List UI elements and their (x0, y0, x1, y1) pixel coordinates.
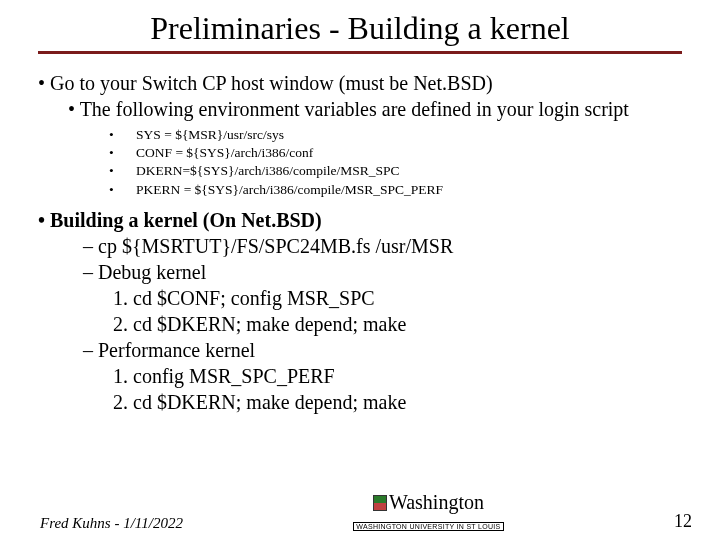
dash-item: Debug kernel (42, 259, 692, 285)
bullet-level2: The following environment variables are … (43, 96, 692, 122)
slide-content: Go to your Switch CP host window (must b… (28, 70, 692, 415)
footer-subtitle: WASHINGTON UNIVERSITY IN ST LOUIS (353, 522, 503, 531)
footer-author-date: Fred Kuhns - 1/11/2022 (40, 515, 183, 532)
env-var-list: SYS = ${MSR}/usr/src/sys CONF = ${SYS}/a… (28, 126, 692, 199)
numbered-item: 2. cd $DKERN; make depend; make (28, 311, 692, 337)
slide: Preliminaries - Building a kernel Go to … (0, 0, 720, 415)
dash-item: Performance kernel (42, 337, 692, 363)
bullet-level1: Go to your Switch CP host window (must b… (43, 70, 692, 96)
numbered-item: 2. cd $DKERN; make depend; make (28, 389, 692, 415)
shield-icon (373, 495, 387, 511)
numbered-item: 1. cd $CONF; config MSR_SPC (28, 285, 692, 311)
footer-logo: Washington WASHINGTON UNIVERSITY IN ST L… (353, 492, 503, 532)
footer: Fred Kuhns - 1/11/2022 Washington WASHIN… (0, 492, 720, 532)
page-number: 12 (674, 511, 692, 532)
numbered-item: 1. config MSR_SPC_PERF (28, 363, 692, 389)
slide-title: Preliminaries - Building a kernel (38, 10, 682, 54)
env-var-item: DKERN=${SYS}/arch/i386/compile/MSR_SPC (131, 162, 692, 180)
footer-university: Washington (389, 491, 484, 513)
dash-item: cp ${MSRTUT}/FS/SPC24MB.fs /usr/MSR (42, 233, 692, 259)
env-var-item: CONF = ${SYS}/arch/i386/conf (131, 144, 692, 162)
env-var-item: SYS = ${MSR}/usr/src/sys (131, 126, 692, 144)
bullet-level1-bold: Building a kernel (On Net.BSD) (43, 207, 692, 233)
env-var-item: PKERN = ${SYS}/arch/i386/compile/MSR_SPC… (131, 181, 692, 199)
